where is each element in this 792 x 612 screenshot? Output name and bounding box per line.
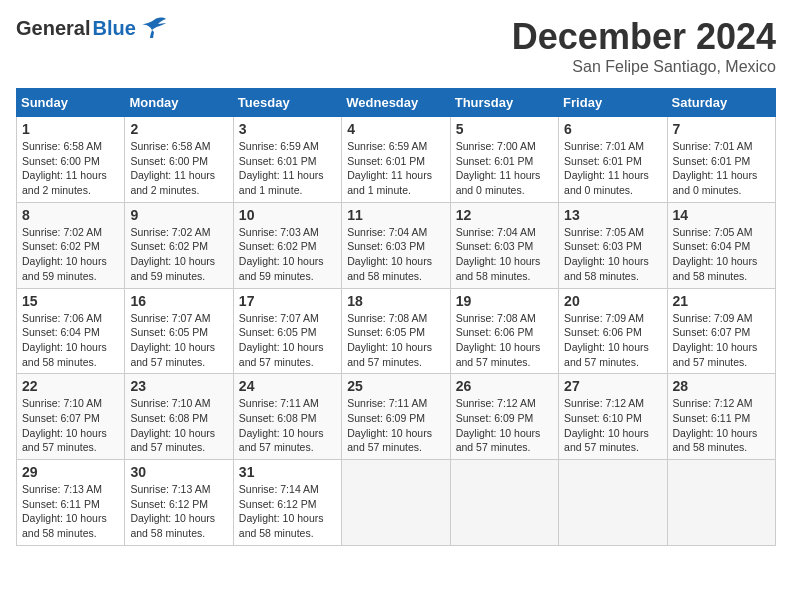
- day-info: Sunrise: 6:58 AM Sunset: 6:00 PM Dayligh…: [130, 139, 227, 198]
- calendar-cell: 4Sunrise: 6:59 AM Sunset: 6:01 PM Daylig…: [342, 117, 450, 203]
- calendar-cell: 6Sunrise: 7:01 AM Sunset: 6:01 PM Daylig…: [559, 117, 667, 203]
- day-number: 21: [673, 293, 770, 309]
- calendar-cell: 18Sunrise: 7:08 AM Sunset: 6:05 PM Dayli…: [342, 288, 450, 374]
- calendar-cell: 21Sunrise: 7:09 AM Sunset: 6:07 PM Dayli…: [667, 288, 775, 374]
- calendar-cell: 17Sunrise: 7:07 AM Sunset: 6:05 PM Dayli…: [233, 288, 341, 374]
- day-info: Sunrise: 7:04 AM Sunset: 6:03 PM Dayligh…: [347, 225, 444, 284]
- day-of-week-header: Saturday: [667, 89, 775, 117]
- calendar-cell: 7Sunrise: 7:01 AM Sunset: 6:01 PM Daylig…: [667, 117, 775, 203]
- day-number: 4: [347, 121, 444, 137]
- day-info: Sunrise: 7:06 AM Sunset: 6:04 PM Dayligh…: [22, 311, 119, 370]
- day-info: Sunrise: 7:02 AM Sunset: 6:02 PM Dayligh…: [130, 225, 227, 284]
- day-info: Sunrise: 7:03 AM Sunset: 6:02 PM Dayligh…: [239, 225, 336, 284]
- calendar-week-row: 15Sunrise: 7:06 AM Sunset: 6:04 PM Dayli…: [17, 288, 776, 374]
- logo: General Blue: [16, 16, 168, 40]
- day-of-week-header: Thursday: [450, 89, 558, 117]
- day-number: 30: [130, 464, 227, 480]
- day-number: 1: [22, 121, 119, 137]
- calendar-cell: 27Sunrise: 7:12 AM Sunset: 6:10 PM Dayli…: [559, 374, 667, 460]
- day-of-week-header: Wednesday: [342, 89, 450, 117]
- calendar-cell: 14Sunrise: 7:05 AM Sunset: 6:04 PM Dayli…: [667, 202, 775, 288]
- day-info: Sunrise: 7:14 AM Sunset: 6:12 PM Dayligh…: [239, 482, 336, 541]
- calendar-cell: 25Sunrise: 7:11 AM Sunset: 6:09 PM Dayli…: [342, 374, 450, 460]
- calendar-cell: 30Sunrise: 7:13 AM Sunset: 6:12 PM Dayli…: [125, 460, 233, 546]
- month-title: December 2024: [512, 16, 776, 58]
- day-number: 15: [22, 293, 119, 309]
- day-info: Sunrise: 7:05 AM Sunset: 6:04 PM Dayligh…: [673, 225, 770, 284]
- calendar-cell: [667, 460, 775, 546]
- day-info: Sunrise: 7:12 AM Sunset: 6:11 PM Dayligh…: [673, 396, 770, 455]
- calendar-body: 1Sunrise: 6:58 AM Sunset: 6:00 PM Daylig…: [17, 117, 776, 546]
- calendar-cell: [342, 460, 450, 546]
- day-info: Sunrise: 7:09 AM Sunset: 6:07 PM Dayligh…: [673, 311, 770, 370]
- day-info: Sunrise: 7:12 AM Sunset: 6:09 PM Dayligh…: [456, 396, 553, 455]
- calendar-cell: 2Sunrise: 6:58 AM Sunset: 6:00 PM Daylig…: [125, 117, 233, 203]
- calendar-cell: 26Sunrise: 7:12 AM Sunset: 6:09 PM Dayli…: [450, 374, 558, 460]
- calendar-cell: 12Sunrise: 7:04 AM Sunset: 6:03 PM Dayli…: [450, 202, 558, 288]
- day-number: 2: [130, 121, 227, 137]
- calendar-cell: 3Sunrise: 6:59 AM Sunset: 6:01 PM Daylig…: [233, 117, 341, 203]
- calendar-cell: [450, 460, 558, 546]
- calendar-cell: 23Sunrise: 7:10 AM Sunset: 6:08 PM Dayli…: [125, 374, 233, 460]
- day-info: Sunrise: 7:01 AM Sunset: 6:01 PM Dayligh…: [564, 139, 661, 198]
- day-number: 26: [456, 378, 553, 394]
- calendar-header-row: SundayMondayTuesdayWednesdayThursdayFrid…: [17, 89, 776, 117]
- calendar-cell: 5Sunrise: 7:00 AM Sunset: 6:01 PM Daylig…: [450, 117, 558, 203]
- calendar-cell: 19Sunrise: 7:08 AM Sunset: 6:06 PM Dayli…: [450, 288, 558, 374]
- calendar-cell: 20Sunrise: 7:09 AM Sunset: 6:06 PM Dayli…: [559, 288, 667, 374]
- day-info: Sunrise: 7:12 AM Sunset: 6:10 PM Dayligh…: [564, 396, 661, 455]
- day-info: Sunrise: 7:02 AM Sunset: 6:02 PM Dayligh…: [22, 225, 119, 284]
- day-number: 11: [347, 207, 444, 223]
- day-number: 8: [22, 207, 119, 223]
- day-info: Sunrise: 7:10 AM Sunset: 6:08 PM Dayligh…: [130, 396, 227, 455]
- calendar-cell: 24Sunrise: 7:11 AM Sunset: 6:08 PM Dayli…: [233, 374, 341, 460]
- location-title: San Felipe Santiago, Mexico: [512, 58, 776, 76]
- day-info: Sunrise: 7:11 AM Sunset: 6:08 PM Dayligh…: [239, 396, 336, 455]
- day-info: Sunrise: 7:08 AM Sunset: 6:06 PM Dayligh…: [456, 311, 553, 370]
- calendar-cell: 31Sunrise: 7:14 AM Sunset: 6:12 PM Dayli…: [233, 460, 341, 546]
- day-info: Sunrise: 7:01 AM Sunset: 6:01 PM Dayligh…: [673, 139, 770, 198]
- day-number: 9: [130, 207, 227, 223]
- calendar-cell: 10Sunrise: 7:03 AM Sunset: 6:02 PM Dayli…: [233, 202, 341, 288]
- day-number: 28: [673, 378, 770, 394]
- calendar-week-row: 1Sunrise: 6:58 AM Sunset: 6:00 PM Daylig…: [17, 117, 776, 203]
- day-info: Sunrise: 7:13 AM Sunset: 6:11 PM Dayligh…: [22, 482, 119, 541]
- day-info: Sunrise: 6:58 AM Sunset: 6:00 PM Dayligh…: [22, 139, 119, 198]
- calendar-cell: 1Sunrise: 6:58 AM Sunset: 6:00 PM Daylig…: [17, 117, 125, 203]
- day-number: 25: [347, 378, 444, 394]
- day-number: 17: [239, 293, 336, 309]
- day-number: 14: [673, 207, 770, 223]
- calendar-cell: 22Sunrise: 7:10 AM Sunset: 6:07 PM Dayli…: [17, 374, 125, 460]
- day-number: 22: [22, 378, 119, 394]
- day-number: 10: [239, 207, 336, 223]
- day-info: Sunrise: 7:07 AM Sunset: 6:05 PM Dayligh…: [239, 311, 336, 370]
- calendar-cell: 16Sunrise: 7:07 AM Sunset: 6:05 PM Dayli…: [125, 288, 233, 374]
- calendar-cell: 8Sunrise: 7:02 AM Sunset: 6:02 PM Daylig…: [17, 202, 125, 288]
- day-number: 23: [130, 378, 227, 394]
- page-header: General Blue December 2024 San Felipe Sa…: [16, 16, 776, 76]
- calendar-cell: 11Sunrise: 7:04 AM Sunset: 6:03 PM Dayli…: [342, 202, 450, 288]
- calendar-week-row: 8Sunrise: 7:02 AM Sunset: 6:02 PM Daylig…: [17, 202, 776, 288]
- day-info: Sunrise: 6:59 AM Sunset: 6:01 PM Dayligh…: [239, 139, 336, 198]
- day-number: 19: [456, 293, 553, 309]
- day-number: 29: [22, 464, 119, 480]
- logo-blue-text: Blue: [92, 17, 135, 40]
- day-number: 7: [673, 121, 770, 137]
- day-number: 31: [239, 464, 336, 480]
- calendar-week-row: 29Sunrise: 7:13 AM Sunset: 6:11 PM Dayli…: [17, 460, 776, 546]
- calendar-cell: 9Sunrise: 7:02 AM Sunset: 6:02 PM Daylig…: [125, 202, 233, 288]
- day-number: 13: [564, 207, 661, 223]
- calendar-week-row: 22Sunrise: 7:10 AM Sunset: 6:07 PM Dayli…: [17, 374, 776, 460]
- logo-bird-icon: [140, 16, 168, 40]
- day-info: Sunrise: 7:07 AM Sunset: 6:05 PM Dayligh…: [130, 311, 227, 370]
- calendar-table: SundayMondayTuesdayWednesdayThursdayFrid…: [16, 88, 776, 546]
- day-info: Sunrise: 7:09 AM Sunset: 6:06 PM Dayligh…: [564, 311, 661, 370]
- day-number: 27: [564, 378, 661, 394]
- day-of-week-header: Monday: [125, 89, 233, 117]
- day-info: Sunrise: 7:04 AM Sunset: 6:03 PM Dayligh…: [456, 225, 553, 284]
- day-number: 16: [130, 293, 227, 309]
- day-number: 18: [347, 293, 444, 309]
- day-number: 24: [239, 378, 336, 394]
- day-number: 12: [456, 207, 553, 223]
- day-number: 3: [239, 121, 336, 137]
